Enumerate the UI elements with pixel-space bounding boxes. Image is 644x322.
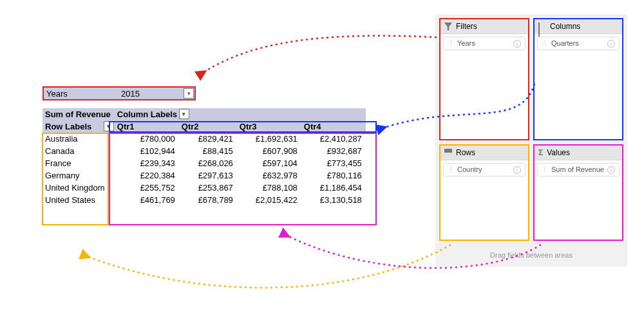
table-row: France£239,343£268,026£597,104£773,455: [43, 157, 366, 169]
data-cell: £461,769: [115, 194, 179, 206]
drag-hint: Drag fields between areas: [439, 245, 623, 263]
pivot-col-header: Qtr1: [115, 120, 179, 133]
row-label: Australia: [43, 133, 115, 145]
area-filters[interactable]: Filters ⋮Years i: [439, 18, 529, 140]
column-labels-text: Column Labels: [117, 109, 177, 119]
data-cell: £780,116: [301, 169, 366, 182]
row-label: United Kingdom: [43, 182, 115, 194]
columns-icon: [538, 23, 546, 30]
pivot-corner-measure: Sum of Revenue: [43, 108, 115, 120]
info-icon[interactable]: i: [607, 40, 615, 48]
data-cell: £220,384: [115, 169, 179, 182]
data-cell: £678,789: [179, 194, 237, 206]
field-label: Years: [457, 39, 475, 47]
grip-icon: ⋮: [542, 166, 549, 173]
data-cell: £255,752: [115, 182, 179, 194]
pivot-col-header: Qtr3: [237, 120, 301, 133]
filter-icon: [444, 23, 452, 30]
area-values-title: Values: [547, 148, 570, 157]
pivot-areas-panel: Filters ⋮Years i Columns ⋮Quarters i Row…: [435, 14, 627, 267]
table-row: Australia£780,000£829,421£1,692,631£2,41…: [43, 133, 366, 145]
pivot-filter-bar[interactable]: Years 2015 ▾: [43, 86, 196, 100]
field-label: Country: [457, 166, 482, 173]
field-pill-years[interactable]: ⋮Years i: [443, 37, 526, 50]
sigma-icon: Σ: [538, 148, 543, 157]
data-cell: £3,130,518: [301, 194, 366, 206]
data-cell: £632,978: [237, 169, 301, 182]
row-label: United States: [43, 194, 115, 206]
info-icon[interactable]: i: [607, 166, 615, 174]
data-cell: £253,867: [179, 182, 237, 194]
area-rows[interactable]: Rows ⋮Country i: [439, 144, 529, 241]
row-label: Germany: [43, 169, 115, 182]
row-labels-dropdown-icon[interactable]: ▾: [104, 121, 114, 131]
data-cell: £297,613: [179, 169, 237, 182]
rows-icon: [444, 149, 452, 156]
table-row: Canada£102,944£88,415£607,908£932,687: [43, 145, 366, 157]
filter-dropdown-icon[interactable]: ▾: [184, 88, 194, 99]
filter-field-value: 2015: [121, 89, 140, 99]
table-row: United Kingdom£255,752£253,867£788,108£1…: [43, 182, 366, 194]
data-cell: £780,000: [115, 133, 179, 145]
row-labels-text: Row Labels: [45, 122, 91, 131]
field-pill-country[interactable]: ⋮Country i: [443, 163, 526, 176]
row-label: Canada: [43, 145, 115, 157]
grip-icon: ⋮: [448, 39, 455, 47]
table-row: Germany£220,384£297,613£632,978£780,116: [43, 169, 366, 182]
field-label: Sum of Revenue: [551, 166, 604, 173]
data-cell: £239,343: [115, 157, 179, 169]
field-label: Quarters: [551, 39, 579, 47]
area-columns-title: Columns: [550, 22, 580, 31]
data-cell: £773,455: [301, 157, 366, 169]
row-label: France: [43, 157, 115, 169]
field-pill-sum-of-revenue[interactable]: ⋮Sum of Revenue i: [537, 163, 620, 176]
data-cell: £1,692,631: [237, 133, 301, 145]
pivot-col-header: Qtr4: [301, 120, 366, 133]
grip-icon: ⋮: [542, 39, 549, 47]
area-columns[interactable]: Columns ⋮Quarters i: [533, 18, 623, 140]
info-icon[interactable]: i: [513, 40, 521, 48]
filter-field-label: Years: [44, 89, 121, 99]
grip-icon: ⋮: [448, 166, 455, 173]
pivot-column-labels-caption[interactable]: Column Labels ▾: [115, 108, 366, 120]
data-cell: £88,415: [179, 145, 237, 157]
info-icon[interactable]: i: [513, 166, 521, 174]
area-filters-title: Filters: [456, 22, 477, 31]
field-pill-quarters[interactable]: ⋮Quarters i: [537, 37, 620, 50]
pivot-col-header: Qtr2: [179, 120, 237, 133]
data-cell: £932,687: [301, 145, 366, 157]
pivot-row-labels-caption[interactable]: Row Labels ▾: [43, 120, 115, 133]
data-cell: £102,944: [115, 145, 179, 157]
pivot-table: Sum of Revenue Column Labels ▾ Row Label…: [43, 108, 366, 206]
column-labels-dropdown-icon[interactable]: ▾: [179, 109, 189, 119]
data-cell: £607,908: [237, 145, 301, 157]
data-cell: £597,104: [237, 157, 301, 169]
area-values[interactable]: Σ Values ⋮Sum of Revenue i: [533, 144, 623, 241]
data-cell: £829,421: [179, 133, 237, 145]
data-cell: £1,186,454: [301, 182, 366, 194]
data-cell: £268,026: [179, 157, 237, 169]
table-row: United States£461,769£678,789£2,015,422£…: [43, 194, 366, 206]
data-cell: £2,410,287: [301, 133, 366, 145]
data-cell: £2,015,422: [237, 194, 301, 206]
data-cell: £788,108: [237, 182, 301, 194]
area-rows-title: Rows: [456, 148, 475, 157]
